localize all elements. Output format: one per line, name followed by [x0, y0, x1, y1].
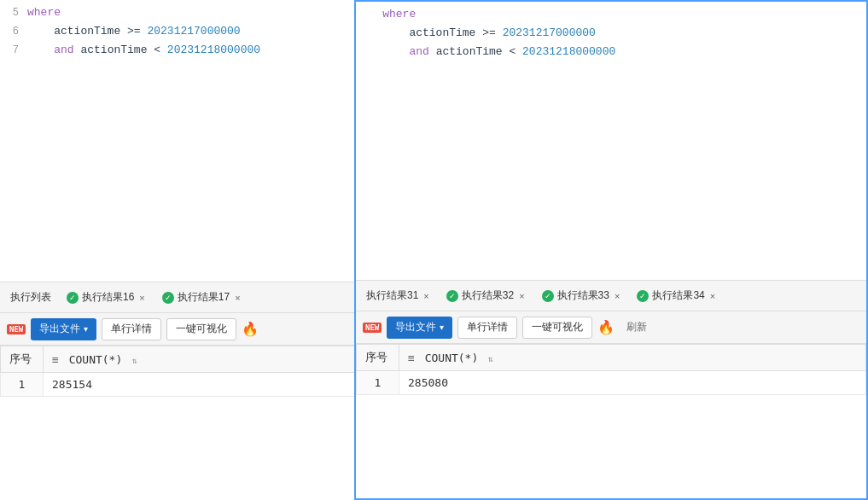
right-results-area: NEW 导出文件 ▾ 单行详情 一键可视化 🔥 刷新 — [356, 311, 866, 498]
code-line-7: 7 and actionTime < 20231218000000 — [0, 41, 358, 60]
right-table-row-1[interactable]: 1 285080 — [357, 371, 866, 395]
right-line-content-gte: actionTime >= 20231217000000 — [356, 24, 866, 43]
left-tab-bar: 执行列表 ✓ 执行结果16 × ✓ 执行结果17 × — [0, 282, 358, 312]
tab-close-34[interactable]: × — [708, 291, 717, 301]
keyword-and-left: and — [27, 44, 80, 56]
check-icon-16: ✓ — [67, 292, 79, 304]
right-data-table-container[interactable]: 序号 ≡ COUNT(*) ⇅ 1 285080 — [356, 344, 866, 498]
value-date-2: 20231218000000 — [160, 44, 260, 56]
new-badge-left: NEW — [7, 324, 26, 334]
right-panel: where actionTime >= 20231217000000 and a… — [354, 0, 868, 500]
right-refresh-button[interactable]: 刷新 — [620, 317, 654, 338]
left-visual-label: 一键可视化 — [176, 322, 227, 336]
code-line-6: 6 actionTime >= 20231217000000 — [0, 22, 358, 41]
field-action-time-2: actionTime — [80, 44, 147, 56]
check-icon-17: ✓ — [162, 292, 174, 304]
right-row-1-num: 1 — [357, 371, 399, 395]
right-code-line-gte: actionTime >= 20231217000000 — [356, 24, 866, 43]
tab-close-16[interactable]: × — [137, 293, 146, 303]
right-data-table: 序号 ≡ COUNT(*) ⇅ 1 285080 — [356, 344, 866, 395]
tab-result-31[interactable]: 执行结果31 × — [359, 284, 438, 308]
left-col-header-num: 序号 — [1, 346, 44, 373]
tab-execution-list[interactable]: 执行列表 — [3, 286, 58, 310]
right-col-num-label: 序号 — [365, 351, 387, 363]
check-icon-32: ✓ — [446, 290, 458, 302]
sort-arrows-left[interactable]: ⇅ — [132, 356, 137, 365]
right-refresh-label: 刷新 — [626, 321, 647, 333]
left-col-header-count[interactable]: ≡ COUNT(*) ⇅ — [44, 346, 358, 373]
field-action-time-1: actionTime — [27, 25, 120, 38]
right-export-dropdown-icon: ▾ — [440, 323, 444, 332]
tab-result-16-label: 执行结果16 — [82, 290, 134, 305]
right-value-date-2: 20231218000000 — [516, 45, 615, 58]
left-row-1-num: 1 — [1, 373, 44, 397]
fire-icon-right: 🔥 — [597, 319, 615, 335]
left-table-row-1[interactable]: 1 285154 — [1, 373, 358, 397]
left-visual-button[interactable]: 一键可视化 — [166, 318, 236, 340]
tab-close-17[interactable]: × — [233, 293, 242, 303]
new-badge-right: NEW — [363, 323, 382, 333]
right-col-header-count[interactable]: ≡ COUNT(*) ⇅ — [399, 345, 866, 371]
tab-close-33[interactable]: × — [613, 291, 621, 301]
tab-result-31-label: 执行结果31 — [366, 288, 418, 303]
tab-close-32[interactable]: × — [517, 291, 526, 301]
right-code-line-where: where — [356, 5, 866, 24]
left-export-button[interactable]: 导出文件 ▾ — [31, 318, 96, 340]
tab-result-17-label: 执行结果17 — [178, 290, 230, 305]
right-keyword-and: and — [356, 45, 436, 58]
tab-result-34[interactable]: ✓ 执行结果34 × — [630, 284, 724, 308]
right-export-label: 导出文件 — [395, 320, 436, 334]
left-code-editor[interactable]: 5 where 6 actionTime >= 20231217000000 7… — [0, 0, 358, 282]
tab-close-31[interactable]: × — [422, 291, 430, 301]
right-value-date-1: 20231217000000 — [496, 26, 596, 39]
right-code-editor[interactable]: where actionTime >= 20231217000000 and a… — [356, 2, 866, 280]
right-keyword-where: where — [356, 8, 416, 20]
right-visual-button[interactable]: 一键可视化 — [522, 317, 592, 339]
tab-result-16[interactable]: ✓ 执行结果16 × — [60, 286, 154, 310]
left-row-1-count: 285154 — [44, 373, 358, 397]
list-icon-left: ≡ — [52, 353, 59, 366]
operator-lt: < — [147, 44, 160, 56]
code-line-5: 5 where — [0, 3, 358, 22]
tab-execution-list-label: 执行列表 — [10, 290, 51, 305]
right-table-header-row: 序号 ≡ COUNT(*) ⇅ — [357, 345, 866, 371]
left-col-count-label: COUNT(*) — [69, 353, 123, 366]
left-results-area: NEW 导出文件 ▾ 单行详情 一键可视化 🔥 — [0, 312, 358, 500]
left-data-table-container[interactable]: 序号 ≡ COUNT(*) ⇅ 1 285154 — [0, 346, 358, 500]
operator-gte: >= — [120, 25, 140, 38]
check-icon-33: ✓ — [542, 290, 554, 302]
line-content-7: and actionTime < 20231218000000 — [27, 41, 358, 60]
main-container: 5 where 6 actionTime >= 20231217000000 7… — [0, 0, 868, 500]
right-operator-lt: < — [503, 45, 516, 58]
tab-result-33-label: 执行结果33 — [557, 288, 609, 303]
right-line-content-where: where — [356, 5, 866, 24]
right-operator-gte: >= — [475, 26, 495, 39]
left-table-header-row: 序号 ≡ COUNT(*) ⇅ — [1, 346, 358, 373]
line-content-5: where — [27, 3, 358, 22]
right-row-1-count: 285080 — [399, 371, 866, 395]
right-code-line-lt: and actionTime < 20231218000000 — [356, 43, 866, 61]
sort-arrows-right[interactable]: ⇅ — [488, 354, 493, 363]
right-visual-label: 一键可视化 — [532, 320, 583, 334]
right-col-header-num: 序号 — [357, 345, 399, 371]
left-export-label: 导出文件 — [39, 322, 80, 336]
tab-result-33[interactable]: ✓ 执行结果33 × — [535, 284, 629, 308]
line-number-6: 6 — [0, 22, 27, 41]
line-content-6: actionTime >= 20231217000000 — [27, 22, 358, 41]
right-tab-bar: 执行结果31 × ✓ 执行结果32 × ✓ 执行结果33 × ✓ 执行结果34 … — [356, 280, 866, 311]
right-detail-button[interactable]: 单行详情 — [457, 317, 517, 339]
tab-result-17[interactable]: ✓ 执行结果17 × — [155, 286, 249, 310]
right-detail-label: 单行详情 — [467, 320, 508, 334]
line-number-5: 5 — [0, 3, 27, 22]
tab-result-32-label: 执行结果32 — [462, 288, 514, 303]
left-detail-button[interactable]: 单行详情 — [102, 318, 161, 340]
tab-result-32[interactable]: ✓ 执行结果32 × — [440, 284, 533, 308]
right-col-count-label: COUNT(*) — [425, 352, 479, 364]
right-export-button[interactable]: 导出文件 ▾ — [387, 317, 452, 339]
tab-result-34-label: 执行结果34 — [652, 288, 704, 303]
list-icon-right: ≡ — [408, 352, 415, 364]
left-detail-label: 单行详情 — [111, 322, 152, 336]
right-results-toolbar: NEW 导出文件 ▾ 单行详情 一键可视化 🔥 刷新 — [356, 311, 866, 344]
value-date-1: 20231217000000 — [141, 25, 241, 38]
right-field-action-time-2: actionTime — [436, 45, 503, 58]
